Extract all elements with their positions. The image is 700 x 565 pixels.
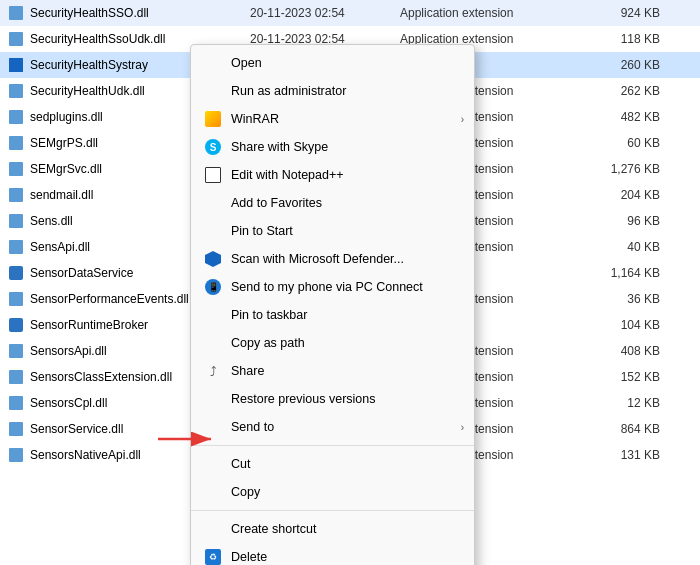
file-name: SecurityHealthSSO.dll xyxy=(30,6,250,20)
file-size: 104 KB xyxy=(580,318,660,332)
file-icon xyxy=(8,421,24,437)
file-size: 1,164 KB xyxy=(580,266,660,280)
dll-icon xyxy=(9,370,23,384)
file-size: 60 KB xyxy=(580,136,660,150)
menu-item-notepad[interactable]: Edit with Notepad++ xyxy=(191,161,474,189)
file-size: 864 KB xyxy=(580,422,660,436)
file-icon xyxy=(8,343,24,359)
file-size: 36 KB xyxy=(580,292,660,306)
file-icon xyxy=(8,109,24,125)
menu-item-label: Edit with Notepad++ xyxy=(231,168,462,182)
file-date: 20-11-2023 02:54 xyxy=(250,6,400,20)
menu-item-copy[interactable]: Copy xyxy=(191,478,474,506)
app-icon xyxy=(9,266,23,280)
file-size: 131 KB xyxy=(580,448,660,462)
menu-item-create-shortcut[interactable]: Create shortcut xyxy=(191,515,474,543)
dll-icon xyxy=(9,6,23,20)
menu-item-label: WinRAR xyxy=(231,112,462,126)
file-type: Application extension xyxy=(400,6,580,20)
file-size: 204 KB xyxy=(580,188,660,202)
file-size: 152 KB xyxy=(580,370,660,384)
file-icon xyxy=(8,57,24,73)
menu-item-label: Restore previous versions xyxy=(231,392,462,406)
menu-item-phone[interactable]: 📱 Send to my phone via PC Connect xyxy=(191,273,474,301)
dll-icon xyxy=(9,396,23,410)
file-size: 1,276 KB xyxy=(580,162,660,176)
dll-icon xyxy=(9,214,23,228)
file-icon xyxy=(8,161,24,177)
dll-icon xyxy=(9,162,23,176)
empty-icon xyxy=(203,305,223,325)
dll-icon xyxy=(9,110,23,124)
empty-icon xyxy=(203,53,223,73)
empty-icon xyxy=(203,482,223,502)
file-size: 12 KB xyxy=(580,396,660,410)
file-icon xyxy=(8,83,24,99)
menu-separator xyxy=(191,510,474,511)
dll-icon xyxy=(9,448,23,462)
menu-item-label: Create shortcut xyxy=(231,522,462,536)
file-icon xyxy=(8,135,24,151)
file-icon xyxy=(8,239,24,255)
menu-item-label: Pin to taskbar xyxy=(231,308,462,322)
menu-item-winrar[interactable]: WinRAR › xyxy=(191,105,474,133)
menu-item-label: Run as administrator xyxy=(231,84,462,98)
recycle-icon: ♻ xyxy=(203,547,223,565)
file-icon xyxy=(8,447,24,463)
menu-item-label: Delete xyxy=(231,550,462,564)
file-size: 96 KB xyxy=(580,214,660,228)
file-size: 924 KB xyxy=(580,6,660,20)
dll-icon xyxy=(9,188,23,202)
menu-item-label: Cut xyxy=(231,457,462,471)
empty-icon xyxy=(203,389,223,409)
menu-item-run-admin[interactable]: Run as administrator xyxy=(191,77,474,105)
menu-item-delete[interactable]: ♻ Delete xyxy=(191,543,474,565)
dll-icon xyxy=(9,344,23,358)
submenu-arrow: › xyxy=(461,114,464,125)
dll-icon xyxy=(9,292,23,306)
share-icon: ⤴ xyxy=(203,361,223,381)
file-icon xyxy=(8,265,24,281)
menu-item-open[interactable]: Open xyxy=(191,49,474,77)
menu-item-label: Add to Favorites xyxy=(231,196,462,210)
file-icon xyxy=(8,31,24,47)
menu-item-label: Send to xyxy=(231,420,462,434)
file-icon xyxy=(8,213,24,229)
file-icon xyxy=(8,291,24,307)
file-icon xyxy=(8,317,24,333)
menu-item-defender[interactable]: Scan with Microsoft Defender... xyxy=(191,245,474,273)
shield-icon xyxy=(9,58,23,72)
notepad-icon xyxy=(203,165,223,185)
empty-icon xyxy=(203,221,223,241)
menu-item-copy-path[interactable]: Copy as path xyxy=(191,329,474,357)
menu-item-pin-start[interactable]: Pin to Start xyxy=(191,217,474,245)
menu-item-skype[interactable]: S Share with Skype xyxy=(191,133,474,161)
empty-icon xyxy=(203,81,223,101)
menu-item-cut[interactable]: Cut xyxy=(191,450,474,478)
file-size: 408 KB xyxy=(580,344,660,358)
empty-icon xyxy=(203,417,223,437)
empty-icon xyxy=(203,333,223,353)
menu-item-label: Pin to Start xyxy=(231,224,462,238)
empty-icon xyxy=(203,193,223,213)
app-icon xyxy=(9,318,23,332)
menu-item-label: Send to my phone via PC Connect xyxy=(231,280,462,294)
menu-item-send-to[interactable]: Send to › xyxy=(191,413,474,441)
file-row[interactable]: SecurityHealthSSO.dll 20-11-2023 02:54 A… xyxy=(0,0,700,26)
file-size: 260 KB xyxy=(580,58,660,72)
menu-separator xyxy=(191,445,474,446)
file-size: 482 KB xyxy=(580,110,660,124)
menu-item-share[interactable]: ⤴ Share xyxy=(191,357,474,385)
menu-item-pin-taskbar[interactable]: Pin to taskbar xyxy=(191,301,474,329)
file-size: 262 KB xyxy=(580,84,660,98)
menu-item-favorites[interactable]: Add to Favorites xyxy=(191,189,474,217)
menu-item-label: Share with Skype xyxy=(231,140,462,154)
menu-item-label: Copy xyxy=(231,485,462,499)
empty-icon xyxy=(203,519,223,539)
context-menu: Open Run as administrator WinRAR › S Sha… xyxy=(190,44,475,565)
file-icon xyxy=(8,187,24,203)
file-size: 118 KB xyxy=(580,32,660,46)
menu-item-restore[interactable]: Restore previous versions xyxy=(191,385,474,413)
defender-icon xyxy=(203,249,223,269)
dll-icon xyxy=(9,240,23,254)
